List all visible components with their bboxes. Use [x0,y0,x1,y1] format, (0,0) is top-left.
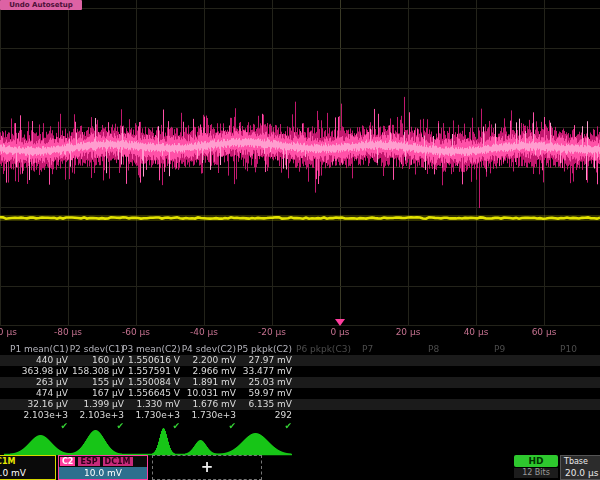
measurement-table: P1 mean(C1)440 µV363.98 µV263 µV474 µV32… [0,344,600,432]
hd-mode-indicator[interactable]: HD 12 Bits [514,455,558,479]
measurement-value: 1.676 mV [178,399,236,410]
measurement-value: 1.399 µV [66,399,124,410]
measurement-value: 1.557591 V [122,366,180,377]
measurement-value: 1.550616 V [122,355,180,366]
measurement-value: 155 µV [66,377,124,388]
hd-badge: HD [514,455,558,467]
time-axis-label: 20 µs [396,327,421,337]
measurement-value: 167 µV [66,388,124,399]
measurement-value: 1.556645 V [122,388,180,399]
measurement-value: 263 µV [10,377,68,388]
time-axis-label: -20 µs [258,327,286,337]
timebase-descriptor[interactable]: Tbase 20.0 µs [560,455,600,480]
time-axis-label: 0 µs [330,327,349,337]
time-axis-label: -40 µs [190,327,218,337]
descriptor-bar: C1 DC1M 10.0 mV C2 ESP DC1M 10.0 mV + HD… [0,455,600,480]
measurement-value: 440 µV [10,355,68,366]
measurement-column-header[interactable]: P3 mean(C2) [122,344,180,355]
status-check-icon: ✔ [66,421,124,432]
measurement-value: 2.200 mV [178,355,236,366]
c2-scale: 10.0 mV [59,467,147,479]
measurement-column-header[interactable]: P5 pkpk(C2) [234,344,292,355]
measurement-column-header[interactable]: P10 [560,344,600,355]
status-check-icon: ✔ [178,421,236,432]
c2-esp-badge: ESP [78,457,99,466]
status-check-icon: ✔ [234,421,292,432]
waveform-display-area[interactable] [0,0,600,326]
measurement-column-header[interactable]: P8 [428,344,486,355]
tbase-label: Tbase [564,456,588,467]
measurement-value: 474 µV [10,388,68,399]
tbase-value: 20.0 µs [565,467,598,479]
measurement-value: 2.966 mV [178,366,236,377]
measurement-value: 33.477 mV [234,366,292,377]
add-trace-button[interactable]: + [152,455,262,480]
measurement-column-header[interactable]: P7 [362,344,420,355]
measurement-value: 6.135 mV [234,399,292,410]
measurement-value: 363.98 µV [10,366,68,377]
time-axis-label: -100 µs [0,327,17,337]
time-axis-label: -80 µs [54,327,82,337]
measurement-value: 158.308 µV [66,366,124,377]
measurement-value: 1.550084 V [122,377,180,388]
time-axis-label: -60 µs [122,327,150,337]
measurement-column-header[interactable]: P6 pkpk(C3) [296,344,354,355]
status-check-icon: ✔ [10,421,68,432]
c1-coupling: DC1M [0,456,15,467]
measurement-value: 1.730e+3 [178,410,236,421]
channel-c1-descriptor[interactable]: C1 DC1M 10.0 mV [0,455,56,480]
measurement-value: 2.103e+3 [66,410,124,421]
measurement-value: 59.97 mV [234,388,292,399]
status-check-icon: ✔ [122,421,180,432]
oscilloscope-screen: Undo Autosetup -100 µs-80 µs-60 µs-40 µs… [0,0,600,480]
measurement-value: 32.16 µV [10,399,68,410]
measurement-value: 1.730e+3 [122,410,180,421]
c1-scale: 10.0 mV [0,467,55,479]
time-axis-label: 60 µs [532,327,557,337]
time-axis: -100 µs-80 µs-60 µs-40 µs-20 µs0 µs20 µs… [0,325,600,341]
measurement-value: 1.330 mV [122,399,180,410]
c2-coupling: DC1M [103,457,133,466]
undo-autosetup-button[interactable]: Undo Autosetup [0,0,82,10]
measurement-column-header[interactable]: P9 [494,344,552,355]
measurement-value: 25.03 mV [234,377,292,388]
plus-icon: + [153,456,261,479]
measurement-value: 292 [234,410,292,421]
hd-bits-label: 12 Bits [514,468,558,478]
measurement-value: 2.103e+3 [10,410,68,421]
measurement-value: 10.031 mV [178,388,236,399]
measurement-column-header[interactable]: P1 mean(C1) [10,344,68,355]
measurement-value: 1.891 mV [178,377,236,388]
measurement-column-header[interactable]: P2 sdev(C1) [66,344,124,355]
measurement-column-header[interactable]: P4 sdev(C2) [178,344,236,355]
measurement-value: 27.97 mV [234,355,292,366]
c2-label: C2 [60,457,75,466]
time-axis-label: 40 µs [464,327,489,337]
trigger-position-marker-icon[interactable] [335,319,345,326]
measurement-value: 160 µV [66,355,124,366]
channel-c2-descriptor[interactable]: C2 ESP DC1M 10.0 mV [58,455,148,480]
